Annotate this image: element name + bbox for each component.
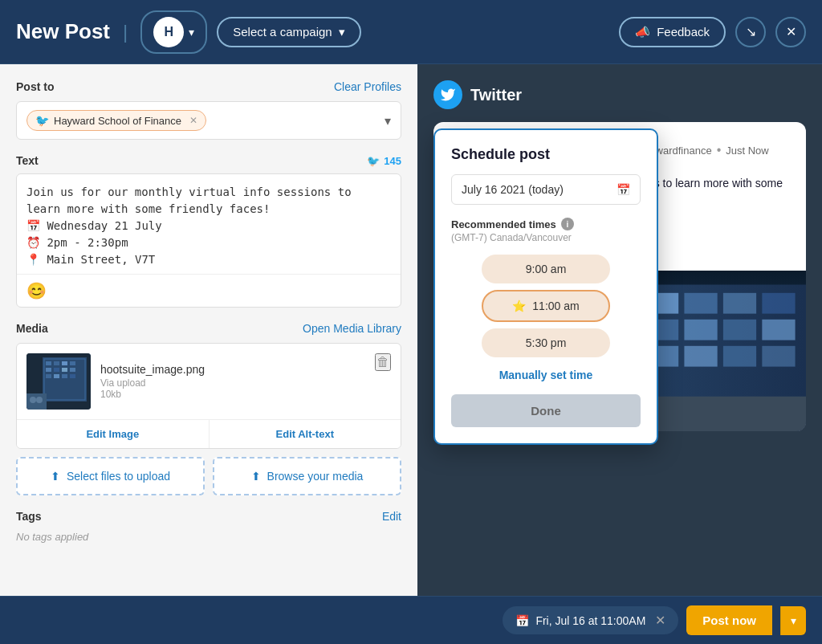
- done-button[interactable]: Done: [451, 394, 641, 427]
- tags-label: Tags: [16, 510, 42, 523]
- timezone-label: (GMT-7) Canada/Vancouver: [451, 232, 641, 243]
- time-options: 9:00 am ⭐ 11:00 am 5:30 pm: [451, 255, 641, 357]
- main-content: Post to Clear Profiles 🐦 Hayward School …: [0, 64, 822, 596]
- minimize-button[interactable]: ↘: [735, 17, 766, 47]
- clear-profiles-button[interactable]: Clear Profiles: [334, 80, 401, 93]
- no-tags-text: No tags applied: [16, 531, 401, 543]
- post-text-input[interactable]: Join us for our monthly virtual info ses…: [17, 174, 401, 271]
- profile-dropdown-arrow: ▾: [385, 113, 391, 128]
- emoji-picker-button[interactable]: 😊: [26, 281, 47, 300]
- tags-edit-button[interactable]: Edit: [382, 510, 401, 523]
- media-actions: Edit Image Edit Alt-text: [17, 419, 401, 448]
- avatar: H: [153, 17, 184, 47]
- schedule-modal: Schedule post July 16 2021 (today) 📅 Rec…: [433, 128, 658, 445]
- minimize-icon: ↘: [746, 24, 756, 39]
- manually-set-time-button[interactable]: Manually set time: [451, 369, 641, 381]
- campaign-select-button[interactable]: Select a campaign ▾: [217, 17, 360, 47]
- browse-media-button[interactable]: ⬆ Browse your media: [213, 457, 401, 495]
- char-count-value: 145: [384, 155, 401, 167]
- svg-rect-35: [723, 320, 756, 340]
- text-section: Text 🐦 145 Join us for our monthly virtu…: [16, 154, 401, 308]
- text-label: Text: [16, 154, 39, 167]
- svg-rect-7: [46, 368, 51, 372]
- media-thumbnail: [26, 353, 91, 410]
- upload-icon: ⬆: [51, 470, 60, 483]
- media-image: [26, 353, 91, 410]
- media-delete-button[interactable]: 🗑: [375, 353, 391, 371]
- post-dropdown-button[interactable]: ▾: [780, 606, 806, 635]
- profile-tag-close-icon[interactable]: ✕: [189, 115, 197, 126]
- svg-rect-11: [46, 374, 51, 378]
- time-option-11am[interactable]: ⭐ 11:00 am: [482, 290, 610, 322]
- twitter-header: Twitter: [433, 80, 806, 109]
- time-option-530pm[interactable]: 5:30 pm: [482, 328, 610, 357]
- schedule-title: Schedule post: [451, 146, 641, 163]
- svg-rect-12: [54, 374, 59, 378]
- edit-alt-text-button[interactable]: Edit Alt-text: [210, 420, 401, 448]
- emoji-icon: 😊: [26, 282, 47, 300]
- svg-rect-14: [70, 374, 75, 378]
- post-to-label: Post to: [16, 80, 54, 93]
- tags-header: Tags Edit: [16, 510, 401, 523]
- svg-rect-42: [723, 346, 756, 367]
- time-option-9am[interactable]: 9:00 am: [482, 255, 610, 283]
- svg-rect-13: [62, 374, 67, 378]
- media-section: Media Open Media Library: [16, 322, 401, 495]
- text-header: Text 🐦 145: [16, 154, 401, 167]
- post-now-button[interactable]: Post now: [686, 605, 772, 635]
- bottom-bar: 📅 Fri, Jul 16 at 11:00AM ✕ Post now ▾: [0, 596, 822, 644]
- date-value: July 16 2021 (today): [462, 183, 564, 196]
- svg-rect-6: [70, 361, 75, 365]
- media-item-content: hootsuite_image.png Via upload 10kb 🗑: [17, 344, 401, 419]
- edit-image-button[interactable]: Edit Image: [17, 420, 210, 448]
- media-label: Media: [16, 322, 48, 335]
- megaphone-icon: 📣: [635, 25, 650, 39]
- media-item: hootsuite_image.png Via upload 10kb 🗑 Ed…: [16, 343, 401, 449]
- star-icon: ⭐: [512, 300, 526, 312]
- right-panel: Twitter H Hayward School of Fina: [417, 64, 822, 596]
- tweet-dot: •: [717, 143, 722, 157]
- header: New Post | H ▾ Select a campaign ▾ 📣 Fee…: [0, 0, 822, 64]
- svg-rect-8: [54, 368, 59, 372]
- date-picker[interactable]: July 16 2021 (today) 📅: [451, 174, 641, 205]
- svg-point-17: [36, 397, 43, 403]
- svg-rect-28: [723, 293, 756, 314]
- avatar-dropdown[interactable]: H ▾: [140, 10, 207, 54]
- clear-schedule-button[interactable]: ✕: [655, 613, 665, 628]
- svg-rect-15: [26, 393, 47, 410]
- select-files-label: Select files to upload: [67, 470, 170, 483]
- svg-rect-29: [762, 293, 795, 314]
- campaign-label: Select a campaign: [233, 25, 332, 39]
- recommended-times-label: Recommended times i: [451, 218, 641, 230]
- select-files-button[interactable]: ⬆ Select files to upload: [16, 457, 205, 495]
- calendar-icon: 📅: [616, 183, 630, 196]
- tags-section: Tags Edit No tags applied: [16, 510, 401, 543]
- upload-row: ⬆ Select files to upload ⬆ Browse your m…: [16, 457, 401, 495]
- svg-rect-27: [684, 293, 717, 314]
- twitter-profile-icon: 🐦: [35, 114, 49, 127]
- media-source: Via upload: [100, 377, 365, 389]
- svg-rect-34: [684, 320, 717, 340]
- close-button[interactable]: ✕: [775, 17, 806, 47]
- browse-icon: ⬆: [251, 470, 261, 483]
- svg-rect-41: [684, 346, 717, 367]
- char-count: 🐦 145: [367, 155, 401, 167]
- tweet-time: Just Now: [726, 145, 768, 157]
- profile-name: Hayward School of Finance: [54, 115, 181, 127]
- info-icon[interactable]: i: [561, 218, 574, 230]
- svg-rect-36: [762, 320, 795, 340]
- open-media-library-button[interactable]: Open Media Library: [303, 322, 401, 335]
- twitter-char-icon: 🐦: [367, 155, 380, 167]
- media-filename: hootsuite_image.png: [100, 363, 365, 376]
- campaign-arrow-icon: ▾: [339, 25, 345, 39]
- feedback-button[interactable]: 📣 Feedback: [619, 17, 726, 47]
- left-panel: Post to Clear Profiles 🐦 Hayward School …: [0, 64, 417, 596]
- text-area-container: Join us for our monthly virtual info ses…: [16, 173, 401, 308]
- media-header: Media Open Media Library: [16, 322, 401, 335]
- scheduled-time: Fri, Jul 16 at 11:00AM: [535, 614, 645, 627]
- twitter-icon: [433, 80, 462, 109]
- post-to-header: Post to Clear Profiles: [16, 80, 401, 93]
- header-divider: |: [123, 21, 128, 43]
- profile-selector[interactable]: 🐦 Hayward School of Finance ✕ ▾: [16, 101, 401, 140]
- media-size: 10kb: [100, 389, 365, 400]
